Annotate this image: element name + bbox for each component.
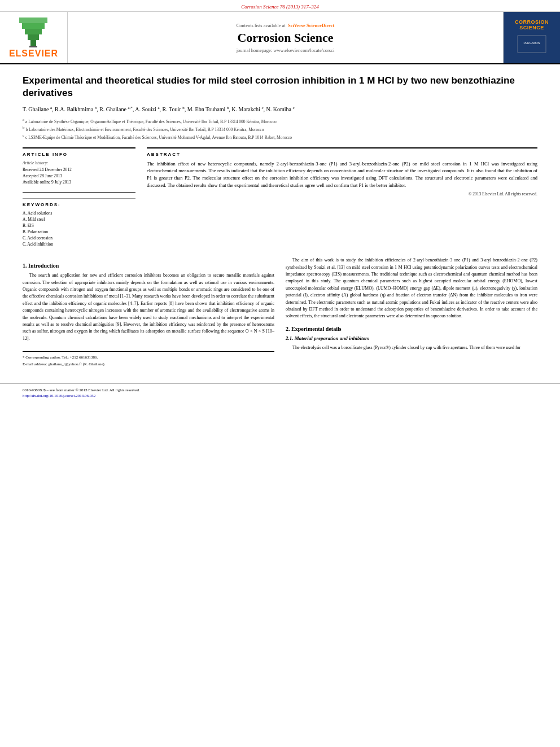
sciverse-prefix: Contents lists available at <box>237 23 286 28</box>
article-info-col: ARTICLE INFO Article history: Received 2… <box>23 147 135 248</box>
elsevier-logo: ELSEVIER <box>0 12 68 63</box>
affiliations: a a Laboratoire de Synthèse Organique, O… <box>23 117 537 141</box>
journal-badge: CORROSIONSCIENCE PERGAMON <box>504 12 560 63</box>
keyword-5: C. Acid corrosion <box>23 235 135 241</box>
top-bar: Corrosion Science 76 (2013) 317–324 <box>0 0 560 12</box>
journal-header: ELSEVIER Contents lists available at Sci… <box>0 12 560 64</box>
section2-heading: 2. Experimental details <box>286 326 537 332</box>
footnotes: * Corresponding author. Tel.: +212 66163… <box>23 351 274 368</box>
section1-para1: The search and application for new and e… <box>23 272 274 342</box>
affiliation-a: a a Laboratoire de Synthèse Organique, O… <box>23 117 537 125</box>
section1-heading: 1. Introduction <box>23 263 274 269</box>
keywords-list: A. Acid solutions A. Mild steel B. EIS B… <box>23 211 135 247</box>
info-abstract-row: ARTICLE INFO Article history: Received 2… <box>23 147 537 248</box>
authors: T. Ghailane a, R.A. Balkhmima b, R. Ghai… <box>23 105 537 113</box>
elsevier-tree-icon <box>14 16 53 47</box>
keyword-6: C. Acid inhibition <box>23 242 135 247</box>
doi-link[interactable]: http://dx.doi.org/10.1016/j.corsci.2013.… <box>23 394 95 398</box>
elsevier-wordmark: ELSEVIER <box>9 49 58 59</box>
affiliation-c: c c LS3ME-Equipe de Chimie Théorique et … <box>23 133 537 141</box>
journal-title: Corrosion Science <box>237 30 333 45</box>
copyright-notice: © 2013 Elsevier Ltd. All rights reserved… <box>147 191 537 196</box>
section1-para2: The aim of this work is to study the inh… <box>286 257 537 320</box>
doi-line: http://dx.doi.org/10.1016/j.corsci.2013.… <box>23 393 537 399</box>
abstract-col: ABSTRACT The inhibition effect of new he… <box>147 147 537 248</box>
svg-rect-5 <box>29 46 37 47</box>
body-content: 1. Introduction The search and applicati… <box>23 257 537 369</box>
dates: Received 24 December 2012 Accepted 28 Ju… <box>23 167 135 186</box>
issn-notice: 0010-9380X/$ – see front matter © 2013 E… <box>23 387 537 394</box>
keywords-section: Keywords: A. Acid solutions A. Mild stee… <box>23 198 135 247</box>
main-content: Experimental and theoretical studies for… <box>0 64 560 380</box>
badge-graphic: PERGAMON <box>515 33 549 55</box>
journal-reference: Corrosion Science 76 (2013) 317–324 <box>241 4 319 10</box>
badge-title: CORROSIONSCIENCE <box>515 19 549 30</box>
history-label: Article history: <box>23 160 135 165</box>
received-date: Received 24 December 2012 <box>23 167 135 173</box>
sciverse-line: Contents lists available at SciVerse Sci… <box>237 23 335 28</box>
email-note: E-mail address: ghailane_r@yahoo.fr (R. … <box>23 362 274 368</box>
section1-col2-text: The aim of this work is to study the inh… <box>286 257 537 320</box>
abstract-section: ABSTRACT The inhibition effect of new he… <box>147 147 537 196</box>
article-info-box: ARTICLE INFO Article history: Received 2… <box>23 147 135 193</box>
corresponding-note: * Corresponding author. Tel.: +212 66163… <box>23 355 274 361</box>
article-info-heading: ARTICLE INFO <box>23 152 135 157</box>
keyword-2: A. Mild steel <box>23 217 135 222</box>
page: Corrosion Science 76 (2013) 317–324 ELSE… <box>0 0 560 747</box>
section1-body: The search and application for new and e… <box>23 272 274 342</box>
journal-center: Contents lists available at SciVerse Sci… <box>68 12 504 63</box>
body-col-right: The aim of this work is to study the inh… <box>286 257 537 369</box>
keyword-4: B. Polarization <box>23 229 135 234</box>
bottom-bar: 0010-9380X/$ – see front matter © 2013 E… <box>0 383 560 403</box>
journal-homepage: journal homepage: www.elsevier.com/locat… <box>237 47 335 53</box>
keyword-3: B. EIS <box>23 223 135 228</box>
accepted-date: Accepted 28 June 2013 <box>23 173 135 179</box>
abstract-text: The inhibition effect of new heterocycli… <box>147 160 537 189</box>
svg-rect-4 <box>19 18 47 23</box>
available-date: Available online 9 July 2013 <box>23 179 135 185</box>
svg-text:PERGAMON: PERGAMON <box>523 41 540 45</box>
article-title: Experimental and theoretical studies for… <box>23 75 537 99</box>
affiliation-b: b b Laboratoire des Matériaux, Electroch… <box>23 125 537 133</box>
body-col-left: 1. Introduction The search and applicati… <box>23 257 274 369</box>
keyword-1: A. Acid solutions <box>23 211 135 216</box>
abstract-heading: ABSTRACT <box>147 152 537 157</box>
sciverse-link[interactable]: SciVerse ScienceDirect <box>288 23 334 28</box>
section2-1-heading: 2.1. Material preparation and inhibitors <box>286 335 537 341</box>
section2-para1: The electrolysis cell was a borosilicate… <box>286 344 537 351</box>
keywords-heading: Keywords: <box>23 202 135 207</box>
section2-body: The electrolysis cell was a borosilicate… <box>286 344 537 351</box>
